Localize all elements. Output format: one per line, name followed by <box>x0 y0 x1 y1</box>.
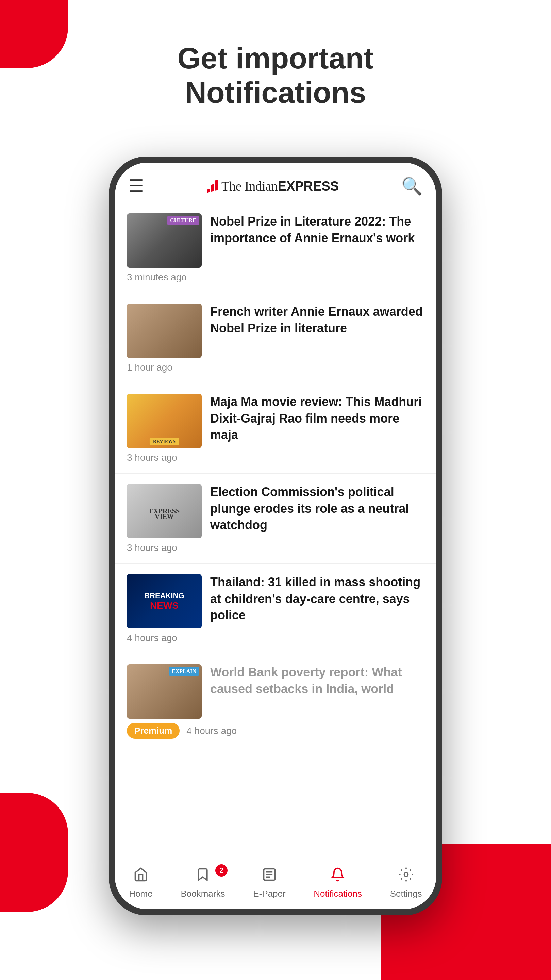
news-time: 3 hours ago <box>127 452 177 463</box>
nav-item-epaper[interactable]: E-Paper <box>253 867 285 899</box>
news-item[interactable]: Nobel Prize in Literature 2022: The impo… <box>115 203 436 293</box>
phone-screen: ☰ The IndianEXPRESS 🔍 <box>115 163 436 909</box>
logo-text-express: EXPRESS <box>278 179 339 193</box>
phone-mockup: ☰ The IndianEXPRESS 🔍 <box>109 156 442 915</box>
menu-button[interactable]: ☰ <box>129 176 144 196</box>
news-title: Maja Ma movie review: This Madhuri Dixit… <box>210 394 424 448</box>
news-title: Election Commission's political plunge e… <box>210 484 424 538</box>
app-header: ☰ The IndianEXPRESS 🔍 <box>115 163 436 203</box>
nav-item-home[interactable]: Home <box>129 867 152 899</box>
bookmarks-badge: 2 <box>215 864 227 877</box>
news-item-content: Nobel Prize in Literature 2022: The impo… <box>127 213 424 268</box>
news-meta: Premium 4 hours ago <box>127 723 424 739</box>
page-title: Get important Notifications <box>0 41 551 110</box>
bookmarks-icon <box>195 867 210 886</box>
news-item-content: World Bank poverty report: What caused s… <box>127 664 424 719</box>
notifications-icon <box>330 867 345 886</box>
logo-emblem <box>206 179 219 194</box>
news-time: 4 hours ago <box>127 633 177 643</box>
logo-text-the: The Indian <box>221 179 278 193</box>
nav-label-settings: Settings <box>390 888 422 899</box>
nav-item-notifications[interactable]: Notifications <box>314 867 362 899</box>
epaper-icon <box>262 867 277 886</box>
news-item[interactable]: Election Commission's political plunge e… <box>115 474 436 564</box>
news-time: 4 hours ago <box>186 725 237 737</box>
news-thumbnail <box>127 484 202 538</box>
news-item-content: Thailand: 31 killed in mass shooting at … <box>127 574 424 628</box>
news-item[interactable]: French writer Annie Ernaux awarded Nobel… <box>115 293 436 383</box>
news-thumbnail <box>127 213 202 268</box>
news-time: 3 minutes ago <box>127 272 187 283</box>
news-item[interactable]: Maja Ma movie review: This Madhuri Dixit… <box>115 383 436 474</box>
nav-label-notifications: Notifications <box>314 888 362 899</box>
premium-badge: Premium <box>127 723 179 739</box>
news-item-content: Election Commission's political plunge e… <box>127 484 424 538</box>
page-title-line2: Notifications <box>0 75 551 110</box>
svg-rect-2 <box>215 180 218 191</box>
search-button[interactable]: 🔍 <box>401 176 422 196</box>
page-title-line1: Get important <box>0 41 551 75</box>
svg-rect-0 <box>207 189 210 192</box>
svg-point-7 <box>404 873 408 877</box>
news-thumbnail <box>127 664 202 719</box>
nav-label-bookmarks: Bookmarks <box>181 888 225 899</box>
news-meta: 3 hours ago <box>127 542 424 553</box>
app-logo: The IndianEXPRESS <box>206 179 339 194</box>
news-meta: 4 hours ago <box>127 633 424 643</box>
news-thumbnail <box>127 304 202 358</box>
news-meta: 3 hours ago <box>127 452 424 463</box>
news-item-content: Maja Ma movie review: This Madhuri Dixit… <box>127 394 424 448</box>
nav-item-settings[interactable]: Settings <box>390 867 422 899</box>
logo-text: The IndianEXPRESS <box>221 179 339 194</box>
news-thumbnail <box>127 394 202 448</box>
news-thumbnail <box>127 574 202 628</box>
news-meta: 3 minutes ago <box>127 272 424 283</box>
corner-decoration-bottom-left <box>0 793 68 912</box>
news-meta: 1 hour ago <box>127 362 424 373</box>
news-title: Thailand: 31 killed in mass shooting at … <box>210 574 424 628</box>
news-title: Nobel Prize in Literature 2022: The impo… <box>210 213 424 268</box>
news-time: 1 hour ago <box>127 362 172 373</box>
news-title: World Bank poverty report: What caused s… <box>210 664 424 719</box>
news-item[interactable]: World Bank poverty report: What caused s… <box>115 654 436 749</box>
nav-label-home: Home <box>129 888 152 899</box>
news-item[interactable]: Thailand: 31 killed in mass shooting at … <box>115 564 436 654</box>
home-icon <box>133 867 148 886</box>
nav-label-epaper: E-Paper <box>253 888 285 899</box>
news-time: 3 hours ago <box>127 542 177 553</box>
news-title: French writer Annie Ernaux awarded Nobel… <box>210 304 424 358</box>
settings-icon <box>399 867 414 886</box>
news-list: Nobel Prize in Literature 2022: The impo… <box>115 203 436 860</box>
bottom-navigation: Home 2 Bookmarks <box>115 860 436 909</box>
svg-rect-1 <box>211 184 214 192</box>
nav-item-bookmarks[interactable]: 2 Bookmarks <box>181 867 225 899</box>
news-item-content: French writer Annie Ernaux awarded Nobel… <box>127 304 424 358</box>
